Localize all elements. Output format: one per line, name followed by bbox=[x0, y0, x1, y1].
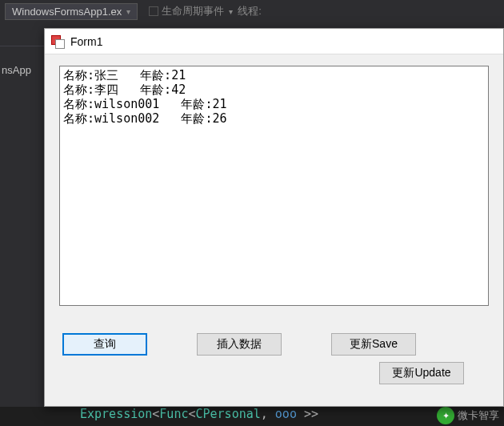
threads-label: 线程: bbox=[238, 4, 262, 18]
side-truncated-text: nsApp bbox=[0, 64, 44, 76]
results-listbox[interactable]: 名称:张三 年龄:21 名称:李四 年龄:42 名称:wilson001 年龄:… bbox=[59, 66, 489, 306]
button-row-1: 查询 插入数据 更新Save bbox=[59, 333, 489, 356]
code-line: Expression<Func<CPersonal, ooo >> bbox=[0, 407, 504, 426]
window-title: Form1 bbox=[70, 35, 102, 48]
window-titlebar[interactable]: Form1 bbox=[45, 29, 503, 54]
wechat-icon: ✦ bbox=[437, 407, 454, 424]
app-icon bbox=[51, 35, 64, 48]
window-client-area: 名称:张三 年龄:21 名称:李四 年龄:42 名称:wilson001 年龄:… bbox=[45, 54, 503, 406]
watermark-text: 微卡智享 bbox=[458, 408, 499, 423]
lifecycle-events-button[interactable]: 生命周期事件 ▾ bbox=[149, 4, 233, 18]
watermark: ✦ 微卡智享 bbox=[437, 407, 499, 424]
query-button[interactable]: 查询 bbox=[62, 333, 147, 356]
chevron-down-icon: ▾ bbox=[229, 7, 233, 16]
button-row-2: 更新Update bbox=[59, 362, 489, 384]
ide-toolbar: WindowsFormsApp1.ex ▾ 生命周期事件 ▾ 线程: bbox=[0, 0, 504, 22]
insert-button[interactable]: 插入数据 bbox=[197, 333, 282, 356]
chevron-down-icon: ▾ bbox=[126, 7, 130, 16]
update-update-button[interactable]: 更新Update bbox=[379, 362, 464, 384]
process-selector[interactable]: WindowsFormsApp1.ex ▾ bbox=[5, 3, 138, 20]
lifecycle-icon bbox=[149, 6, 158, 16]
lifecycle-label: 生命周期事件 bbox=[162, 4, 224, 18]
form1-window: Form1 名称:张三 年龄:21 名称:李四 年龄:42 名称:wilson0… bbox=[44, 28, 504, 407]
process-selector-text: WindowsFormsApp1.ex bbox=[12, 6, 122, 18]
update-save-button[interactable]: 更新Save bbox=[331, 333, 416, 356]
